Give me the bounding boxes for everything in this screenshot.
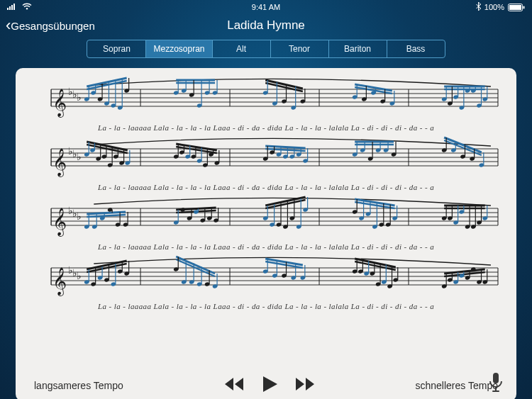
- battery-percent: 100%: [484, 3, 504, 11]
- voice-tabs: SopranMezzosopranAltTenorBaritonBass: [87, 40, 445, 58]
- stave-line: 𝄞♭♭♭La - la - laaaaa Lala - la - la - la…: [31, 136, 501, 191]
- svg-text:𝄞: 𝄞: [52, 267, 67, 296]
- play-button[interactable]: [262, 376, 277, 394]
- chevron-left-icon: ‹: [6, 18, 11, 33]
- stave-line: 𝄞♭♭♭La - la - laaaaa Lala - la - la - la…: [31, 196, 501, 251]
- svg-rect-0: [7, 8, 9, 10]
- status-right: 100%: [454, 2, 525, 12]
- svg-text:♭: ♭: [77, 151, 82, 162]
- voice-tabs-row: SopranMezzosopranAltTenorBaritonBass: [0, 37, 532, 64]
- svg-rect-383: [492, 390, 499, 392]
- nav-bar: ‹ Gesangsübungen Ladida Hymne: [0, 14, 532, 37]
- svg-text:♭: ♭: [77, 210, 82, 222]
- wifi-icon: [22, 3, 32, 11]
- svg-rect-6: [509, 5, 521, 10]
- svg-rect-7: [523, 6, 524, 9]
- svg-rect-381: [493, 373, 499, 383]
- svg-rect-2: [11, 5, 13, 10]
- svg-text:𝄞: 𝄞: [52, 89, 67, 118]
- playback-controls: langsameres Tempo schnelleres Tempo: [31, 373, 501, 394]
- svg-rect-382: [495, 387, 497, 390]
- svg-rect-1: [9, 6, 11, 10]
- status-bar: 9:41 AM 100%: [0, 0, 532, 14]
- score-area: 𝄞♭♭♭La - la - laaaaa Lala - la - la - la…: [31, 77, 501, 373]
- back-label: Gesangsübungen: [11, 20, 94, 32]
- voice-tab-sopran[interactable]: Sopran: [87, 40, 145, 57]
- svg-line-146: [265, 146, 305, 148]
- lyric-line: La - la - laaaaa Lala - la - la - la Laa…: [31, 242, 501, 251]
- voice-tab-alt[interactable]: Alt: [212, 40, 270, 57]
- microphone-button[interactable]: [488, 372, 504, 395]
- lyric-line: La - la - laaaaa Lala - la - la - la Laa…: [31, 183, 501, 191]
- svg-point-4: [26, 8, 28, 9]
- svg-rect-3: [13, 4, 15, 10]
- svg-marker-380: [306, 378, 314, 390]
- transport-buttons: [225, 376, 314, 394]
- lyric-line: La - la - laaaaa Lala - la - la - la Laa…: [31, 123, 501, 132]
- svg-text:♭: ♭: [77, 270, 82, 281]
- voice-tab-bass[interactable]: Bass: [387, 40, 445, 57]
- sheet-panel: 𝄞♭♭♭La - la - laaaaa Lala - la - la - la…: [16, 68, 516, 399]
- signal-icon: [7, 3, 18, 11]
- tempo-slower-label[interactable]: langsameres Tempo: [34, 380, 123, 391]
- status-time: 9:41 AM: [252, 3, 280, 11]
- bluetooth-icon: [476, 2, 481, 12]
- svg-text:𝄞: 𝄞: [52, 208, 67, 237]
- rewind-button[interactable]: [225, 378, 245, 393]
- svg-text:𝄞: 𝄞: [52, 148, 67, 177]
- status-left: [7, 3, 78, 11]
- svg-marker-379: [296, 378, 304, 390]
- lyric-line: La - la - laaaaa Lala - la - la - la Laa…: [31, 302, 501, 310]
- stave-line: 𝄞♭♭♭La - la - laaaaa Lala - la - la - la…: [31, 77, 501, 132]
- stave-line: 𝄞♭♭♭La - la - laaaaa Lala - la - la - la…: [31, 255, 501, 310]
- voice-tab-mezzosopran[interactable]: Mezzosopran: [145, 40, 211, 57]
- svg-marker-378: [263, 376, 277, 392]
- svg-text:♭: ♭: [77, 91, 82, 103]
- voice-tab-tenor[interactable]: Tenor: [270, 40, 328, 57]
- forward-button[interactable]: [294, 378, 314, 393]
- battery-icon: [508, 4, 525, 11]
- tempo-faster-label[interactable]: schnelleres Tempo: [416, 380, 498, 391]
- svg-marker-377: [235, 378, 243, 390]
- svg-marker-376: [225, 378, 233, 390]
- voice-tab-bariton[interactable]: Bariton: [328, 40, 387, 57]
- back-button[interactable]: ‹ Gesangsübungen: [6, 18, 95, 33]
